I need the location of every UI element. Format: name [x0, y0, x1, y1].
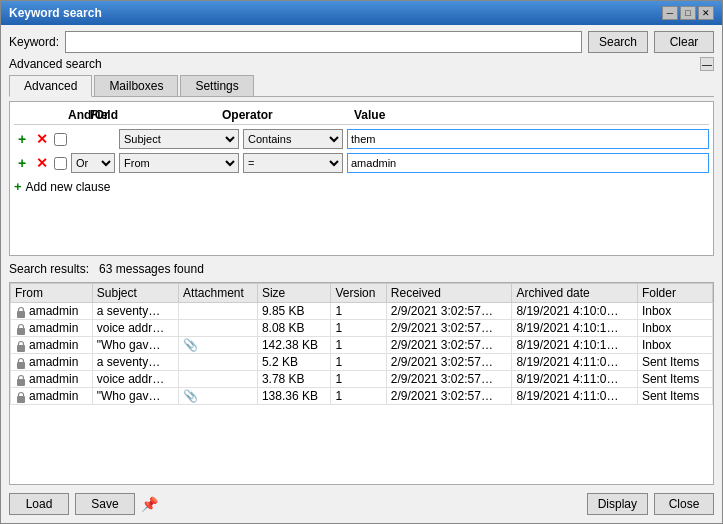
- table-cell: 📎: [179, 337, 258, 354]
- tab-mailboxes[interactable]: Mailboxes: [94, 75, 178, 96]
- col-from[interactable]: From: [11, 284, 93, 303]
- table-cell: amadmin: [11, 337, 93, 354]
- clause-2-field-select[interactable]: Subject From To Date Size Attachment: [119, 153, 239, 173]
- tab-advanced[interactable]: Advanced: [9, 75, 92, 97]
- keyword-input[interactable]: [65, 31, 582, 53]
- table-cell: 1: [331, 388, 386, 405]
- table-cell: [179, 320, 258, 337]
- clause-2-checkbox[interactable]: [54, 157, 67, 170]
- clause-2-value-input[interactable]: [347, 153, 709, 173]
- table-cell: [179, 354, 258, 371]
- clause-2-andor-select[interactable]: And Or: [71, 153, 115, 173]
- table-cell: 1: [331, 371, 386, 388]
- window-controls: ─ □ ✕: [662, 6, 714, 20]
- close-button[interactable]: Close: [654, 493, 714, 515]
- header-field: Field: [90, 108, 220, 122]
- col-subject[interactable]: Subject: [92, 284, 178, 303]
- table-row[interactable]: amadminvoice addr…3.78 KB12/9/2021 3:02:…: [11, 371, 713, 388]
- window-title: Keyword search: [9, 6, 102, 20]
- table-cell: 8/19/2021 4:11:0…: [512, 354, 638, 371]
- search-results-count: 63 messages found: [99, 262, 204, 276]
- table-cell: 8/19/2021 4:10:1…: [512, 337, 638, 354]
- table-cell: voice addr…: [92, 371, 178, 388]
- col-version[interactable]: Version: [331, 284, 386, 303]
- clause-1-field-select[interactable]: Subject From To Date Size Attachment: [119, 129, 239, 149]
- clear-button[interactable]: Clear: [654, 31, 714, 53]
- col-received[interactable]: Received: [386, 284, 512, 303]
- table-cell: amadmin: [11, 354, 93, 371]
- table-row[interactable]: amadmin"Who gav…📎138.36 KB12/9/2021 3:02…: [11, 388, 713, 405]
- header-andor: And/Or: [18, 108, 88, 122]
- close-window-button[interactable]: ✕: [698, 6, 714, 20]
- add-clause-icon: +: [14, 179, 22, 194]
- table-cell: 1: [331, 337, 386, 354]
- table-cell: 9.85 KB: [257, 303, 331, 320]
- table-cell: 1: [331, 320, 386, 337]
- table-cell: Inbox: [637, 320, 712, 337]
- title-bar: Keyword search ─ □ ✕: [1, 1, 722, 25]
- table-cell: 138.36 KB: [257, 388, 331, 405]
- search-button[interactable]: Search: [588, 31, 648, 53]
- table-cell: 2/9/2021 3:02:57…: [386, 371, 512, 388]
- results-scroll[interactable]: From Subject Attachment Size Version Rec…: [10, 283, 713, 484]
- pin-icon[interactable]: 📌: [141, 496, 158, 512]
- save-button[interactable]: Save: [75, 493, 135, 515]
- panel-header: And/Or Field Operator Value: [14, 106, 709, 125]
- table-cell: 📎: [179, 388, 258, 405]
- collapse-button[interactable]: —: [700, 57, 714, 71]
- clause-1-checkbox[interactable]: [54, 133, 67, 146]
- search-results-row: Search results: 63 messages found: [9, 260, 714, 278]
- clause-row-2: + ✕ And Or Subject From To Date Size Att…: [14, 153, 709, 173]
- add-clause-1-button[interactable]: +: [14, 131, 30, 147]
- load-button[interactable]: Load: [9, 493, 69, 515]
- table-cell: amadmin: [11, 371, 93, 388]
- table-row[interactable]: amadminvoice addr…8.08 KB12/9/2021 3:02:…: [11, 320, 713, 337]
- table-cell: 2/9/2021 3:02:57…: [386, 337, 512, 354]
- table-row[interactable]: amadmina seventy…9.85 KB12/9/2021 3:02:5…: [11, 303, 713, 320]
- search-results-label: Search results:: [9, 262, 89, 276]
- add-clause-2-button[interactable]: +: [14, 155, 30, 171]
- table-cell: "Who gav…: [92, 337, 178, 354]
- keyword-search-window: Keyword search ─ □ ✕ Keyword: Search Cle…: [0, 0, 723, 524]
- tabs-row: Advanced Mailboxes Settings: [9, 75, 714, 97]
- add-clause-label: Add new clause: [26, 180, 111, 194]
- svg-rect-1: [17, 328, 25, 335]
- table-cell: Sent Items: [637, 371, 712, 388]
- table-cell: Sent Items: [637, 354, 712, 371]
- table-cell: 2/9/2021 3:02:57…: [386, 320, 512, 337]
- col-size[interactable]: Size: [257, 284, 331, 303]
- table-cell: a seventy…: [92, 303, 178, 320]
- table-row[interactable]: amadmina seventy…5.2 KB12/9/2021 3:02:57…: [11, 354, 713, 371]
- table-cell: 5.2 KB: [257, 354, 331, 371]
- table-cell: amadmin: [11, 303, 93, 320]
- table-cell: a seventy…: [92, 354, 178, 371]
- clause-1-operator-select[interactable]: Contains Does not contain = != Starts wi…: [243, 129, 343, 149]
- results-table: From Subject Attachment Size Version Rec…: [10, 283, 713, 405]
- table-cell: 8/19/2021 4:10:1…: [512, 320, 638, 337]
- tab-settings[interactable]: Settings: [180, 75, 253, 96]
- table-cell: 142.38 KB: [257, 337, 331, 354]
- clause-1-value-input[interactable]: [347, 129, 709, 149]
- col-attachment[interactable]: Attachment: [179, 284, 258, 303]
- remove-clause-1-button[interactable]: ✕: [34, 131, 50, 147]
- minimize-button[interactable]: ─: [662, 6, 678, 20]
- bottom-bar: Load Save 📌 Display Close: [9, 489, 714, 517]
- svg-rect-2: [17, 345, 25, 352]
- svg-rect-4: [17, 379, 25, 386]
- display-button[interactable]: Display: [587, 493, 648, 515]
- table-cell: 3.78 KB: [257, 371, 331, 388]
- table-cell: Sent Items: [637, 388, 712, 405]
- table-cell: Inbox: [637, 303, 712, 320]
- remove-clause-2-button[interactable]: ✕: [34, 155, 50, 171]
- add-new-clause-link[interactable]: + Add new clause: [14, 177, 709, 196]
- table-cell: 2/9/2021 3:02:57…: [386, 388, 512, 405]
- table-cell: [179, 371, 258, 388]
- col-folder[interactable]: Folder: [637, 284, 712, 303]
- table-cell: 8/19/2021 4:11:0…: [512, 371, 638, 388]
- maximize-button[interactable]: □: [680, 6, 696, 20]
- table-row[interactable]: amadmin"Who gav…📎142.38 KB12/9/2021 3:02…: [11, 337, 713, 354]
- col-archived[interactable]: Archived date: [512, 284, 638, 303]
- table-cell: 1: [331, 354, 386, 371]
- clause-2-operator-select[interactable]: Contains Does not contain = != Starts wi…: [243, 153, 343, 173]
- advanced-search-label: Advanced search: [9, 57, 102, 71]
